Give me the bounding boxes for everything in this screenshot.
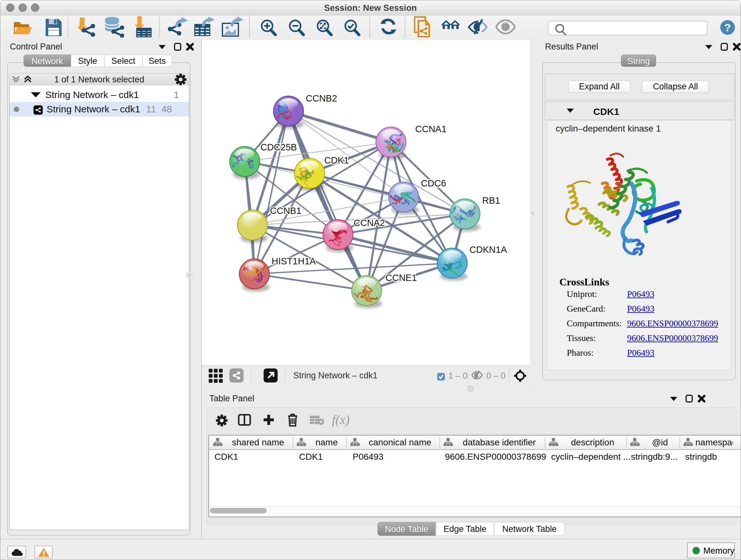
svg-text:CDK1: CDK1 xyxy=(324,155,349,165)
svg-text:CCNA1: CCNA1 xyxy=(415,124,447,134)
svg-text:RB1: RB1 xyxy=(482,195,500,206)
svg-text:CDC25B: CDC25B xyxy=(260,142,297,152)
svg-text:HIST1H1A: HIST1H1A xyxy=(272,256,316,266)
svg-text:CCNB1: CCNB1 xyxy=(270,206,301,216)
svg-text:CCNE1: CCNE1 xyxy=(386,273,417,283)
svg-text:CCNA2: CCNA2 xyxy=(354,218,385,228)
svg-text:CCNB2: CCNB2 xyxy=(306,93,337,104)
svg-text:CDC6: CDC6 xyxy=(421,178,446,188)
svg-text:CDKN1A: CDKN1A xyxy=(469,245,507,255)
